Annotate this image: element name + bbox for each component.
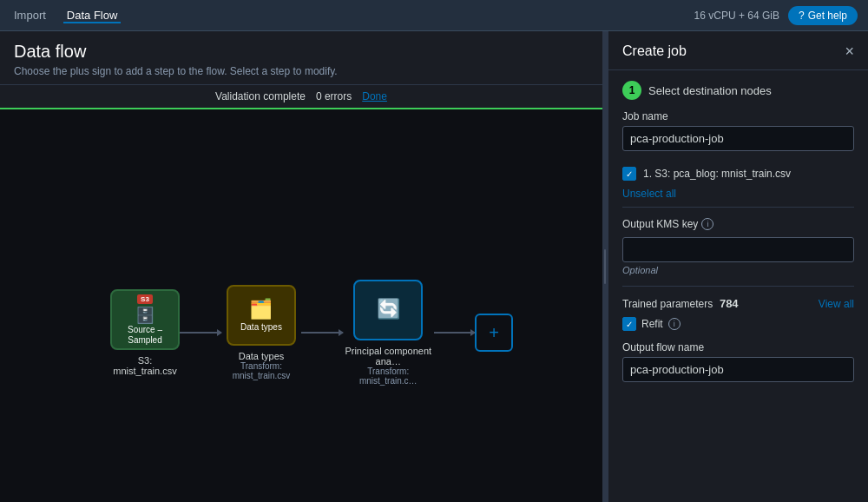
source-node-label: Source –Sampled [128,325,162,346]
data-types-label: Data types [240,322,282,333]
source-badge: S3 [137,294,153,304]
source-inner: S3 🗄️ Source –Sampled [128,294,162,346]
trained-params-count: 784 [720,297,739,310]
destination-node-label: 1. S3: pca_blog: mnist_train.csv [643,168,791,180]
data-types-sub-label: Transform: mnist_train.csv [221,361,302,380]
refit-info-icon[interactable]: i [668,318,681,330]
help-label: Get help [808,10,847,22]
kms-info-icon[interactable]: i [701,218,713,230]
data-types-node-wrapper: 🗂️ Data types Data types Transform: mnis… [221,285,302,380]
refit-label: Refit [641,318,663,330]
connector-3 [434,332,476,334]
optional-text: Optional [622,265,854,275]
divider-line [604,249,606,284]
flow-canvas: S3 🗄️ Source –Sampled S3: mnist_train.cs… [0,109,602,502]
help-button[interactable]: ? Get help [788,6,858,25]
source-node-meta: S3: mnist_train.csv [110,355,180,376]
nodes-container: S3 🗄️ Source –Sampled S3: mnist_train.cs… [110,280,513,386]
refit-checkbox[interactable] [622,317,636,331]
nav-tabs: Import Data Flow [10,7,121,23]
source-node-wrapper: S3 🗄️ Source –Sampled S3: mnist_train.cs… [110,289,180,376]
trained-params-info: Trained parameters 784 [622,297,739,310]
panel-title: Create job [622,43,687,59]
view-all-link[interactable]: View all [819,298,854,310]
instance-info: 16 vCPU + 64 GiB [694,10,779,22]
page-subtitle: Choose the plus sign to add a step to th… [14,65,589,77]
validation-text: Validation complete [215,90,306,102]
pca-node-wrapper: 🔄 Principal component ana… Transform: mn… [343,280,434,386]
nav-right: 16 vCPU + 64 GiB ? Get help [694,6,858,25]
page-title: Data flow [14,42,589,62]
unselect-all-link[interactable]: Unselect all [622,186,854,207]
source-node[interactable]: S3 🗄️ Source –Sampled [110,289,180,350]
data-types-node[interactable]: 🗂️ Data types [227,285,296,346]
output-flow-label: Output flow name [622,341,854,353]
step-indicator: 1 Select destination nodes [622,81,854,100]
kms-label: Output KMS key [622,218,698,230]
close-button[interactable]: × [845,43,854,59]
add-node-wrapper: + [475,314,513,352]
plus-icon: + [489,323,499,343]
nav-dataflow[interactable]: Data Flow [63,7,122,23]
flow-area: Data flow Choose the plus sign to add a … [0,31,602,502]
pca-node[interactable]: 🔄 [353,280,423,340]
data-types-main-label: Data types [221,351,302,361]
pca-sub-label: Transform: mnist_train.c… [343,367,434,386]
kms-label-row: Output KMS key i [622,218,854,230]
job-name-label: Job name [622,110,854,122]
validation-errors: 0 errors [316,90,352,102]
panel-header: Create job × [608,31,868,70]
connector-1 [180,332,221,334]
flow-header: Data flow Choose the plus sign to add a … [0,31,602,85]
data-types-meta: Data types Transform: mnist_train.csv [221,351,302,380]
destination-node-item: 1. S3: pca_blog: mnist_train.csv [622,162,854,186]
kms-input[interactable] [622,237,854,262]
validation-bar: Validation complete 0 errors Done [0,85,602,109]
pca-icon: 🔄 [377,298,400,320]
main-layout: Data flow Choose the plus sign to add a … [0,31,868,502]
pca-main-label: Principal component ana… [343,346,434,367]
right-panel: Create job × 1 Select destination nodes … [608,31,868,502]
connector-2 [301,332,343,334]
trained-params-row: Trained parameters 784 View all [622,297,854,310]
trained-params-label: Trained parameters [622,298,713,310]
top-navigation: Import Data Flow 16 vCPU + 64 GiB ? Get … [0,0,868,31]
pca-meta: Principal component ana… Transform: mnis… [343,346,434,386]
data-types-icon: 🗂️ [249,298,273,320]
validation-done-link[interactable]: Done [362,90,387,102]
job-name-input[interactable] [622,126,854,151]
step-circle: 1 [622,81,641,100]
source-s3-label: S3: mnist_train.csv [110,355,180,376]
output-flow-input[interactable] [622,357,854,382]
section-divider-1 [622,207,854,208]
refit-row: Refit i [622,317,854,331]
section-divider-2 [622,286,854,287]
question-icon: ? [799,10,805,22]
panel-section-step: 1 Select destination nodes Job name 1. S… [608,70,868,393]
nav-import[interactable]: Import [10,7,49,23]
step-label: Select destination nodes [648,84,772,97]
add-step-button[interactable]: + [475,314,513,352]
destination-checkbox[interactable] [622,167,636,181]
